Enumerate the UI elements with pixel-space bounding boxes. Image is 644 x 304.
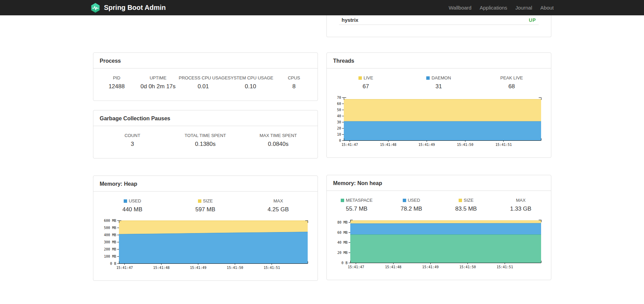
svg-text:15:41:47: 15:41:47 [116, 266, 133, 270]
svg-text:40 MB: 40 MB [337, 241, 347, 244]
svg-text:20 MB: 20 MB [337, 251, 347, 255]
svg-text:100 MB: 100 MB [104, 255, 116, 258]
nonheap-metaspace-legend-swatch [341, 199, 344, 202]
svg-text:15:41:51: 15:41:51 [263, 266, 280, 270]
stat-nonheap-max: MAX 1.33 GB [493, 198, 548, 212]
memory-nonheap-chart: 80 MB60 MB40 MB20 MB0 B15:41:4715:41:481… [335, 217, 543, 271]
svg-text:15:41:48: 15:41:48 [153, 266, 169, 270]
svg-text:15:41:50: 15:41:50 [227, 266, 243, 270]
application-status-row[interactable]: hystrix UP [339, 15, 539, 25]
nav-links: Wallboard Applications Journal About [449, 5, 554, 11]
svg-text:60 MB: 60 MB [337, 231, 347, 234]
svg-text:15:41:49: 15:41:49 [190, 266, 206, 270]
threads-daemon-legend-swatch [426, 76, 430, 80]
stat-gc-max-time: MAX TIME SPENT 0.0840s [242, 133, 315, 148]
main-content: Process PID 12488 UPTIME 0d 0h 2m 17s PR… [93, 15, 551, 281]
svg-text:50: 50 [337, 108, 341, 112]
svg-text:15:41:47: 15:41:47 [341, 143, 358, 147]
svg-text:15:41:49: 15:41:49 [422, 265, 439, 269]
stat-cpus: CPUS 8 [273, 75, 315, 90]
nav-journal[interactable]: Journal [516, 5, 532, 11]
svg-text:15:41:49: 15:41:49 [418, 143, 435, 147]
svg-text:70: 70 [337, 96, 341, 100]
svg-text:15:41:47: 15:41:47 [348, 265, 364, 269]
svg-text:500 MB: 500 MB [104, 226, 116, 230]
stat-gc-count: COUNT 3 [96, 133, 169, 148]
stat-pid: PID 12488 [96, 75, 138, 90]
gc-pauses-panel: Garbage Collection Pauses COUNT 3 TOTAL … [93, 110, 318, 158]
process-panel-title: Process [93, 53, 318, 69]
stat-process-cpu-usage: PROCESS CPU USAGE 0.01 [179, 75, 228, 90]
svg-text:0: 0 [339, 139, 341, 142]
stat-nonheap-size: SIZE 83.5 MB [439, 198, 494, 212]
brand-title: Spring Boot Admin [104, 4, 166, 12]
svg-text:300 MB: 300 MB [104, 240, 116, 244]
svg-text:15:41:48: 15:41:48 [380, 143, 396, 147]
svg-text:15:41:50: 15:41:50 [459, 265, 476, 269]
memory-heap-panel-title: Memory: Heap [93, 176, 318, 192]
stat-heap-used: USED 440 MB [96, 198, 169, 213]
nav-applications[interactable]: Applications [480, 5, 507, 11]
svg-text:20: 20 [337, 126, 341, 130]
stat-gc-total-time: TOTAL TIME SPENT 0.1380s [169, 133, 242, 148]
application-status-panel: hystrix UP [326, 15, 551, 37]
svg-text:400 MB: 400 MB [104, 233, 116, 237]
svg-text:60: 60 [337, 102, 341, 106]
heap-size-legend-swatch [198, 199, 201, 203]
stat-system-cpu-usage: SYSTEM CPU USAGE 0.10 [228, 75, 273, 90]
application-status-badge: UP [529, 17, 536, 23]
memory-nonheap-panel: Memory: Non heap METASPACE 55.7 MB USED … [326, 175, 551, 280]
svg-text:80 MB: 80 MB [337, 221, 347, 224]
process-panel: Process PID 12488 UPTIME 0d 0h 2m 17s PR… [93, 52, 318, 101]
stat-nonheap-metaspace: METASPACE 55.7 MB [329, 198, 384, 212]
nav-wallboard[interactable]: Wallboard [449, 5, 472, 11]
svg-text:15:41:51: 15:41:51 [496, 265, 513, 269]
brand-link[interactable]: Spring Boot Admin [90, 3, 166, 13]
threads-panel-title: Threads [327, 53, 551, 69]
svg-text:15:41:48: 15:41:48 [385, 265, 401, 269]
heap-used-legend-swatch [124, 199, 127, 203]
svg-text:10: 10 [337, 133, 341, 136]
svg-text:200 MB: 200 MB [104, 247, 116, 251]
svg-text:30: 30 [337, 120, 341, 124]
memory-heap-panel: Memory: Heap USED 440 MB SIZE 597 MB [93, 176, 318, 281]
gc-pauses-panel-title: Garbage Collection Pauses [93, 110, 318, 126]
svg-text:0 B: 0 B [341, 261, 347, 265]
stat-threads-peak-live: PEAK LIVE 68 [475, 75, 548, 90]
svg-text:15:41:51: 15:41:51 [495, 143, 511, 147]
stat-heap-size: SIZE 597 MB [169, 198, 242, 213]
stat-heap-max: MAX 4.25 GB [242, 198, 315, 213]
threads-chart: 70605040302010015:41:4715:41:4815:41:491… [335, 95, 543, 149]
svg-text:0 B: 0 B [110, 262, 116, 265]
threads-panel: Threads LIVE 67 DAEMON 31 [326, 52, 551, 158]
stat-threads-live: LIVE 67 [329, 75, 402, 90]
stat-threads-daemon: DAEMON 31 [402, 75, 475, 90]
stat-nonheap-used: USED 78.2 MB [384, 198, 439, 212]
application-name[interactable]: hystrix [342, 17, 358, 23]
spring-boot-admin-logo-icon [90, 3, 101, 13]
svg-text:40: 40 [337, 114, 341, 118]
svg-text:15:41:50: 15:41:50 [457, 143, 473, 147]
memory-nonheap-panel-title: Memory: Non heap [327, 175, 551, 191]
nonheap-size-legend-swatch [459, 199, 462, 202]
memory-heap-chart: 600 MB500 MB400 MB300 MB200 MB100 MB0 B1… [102, 218, 309, 272]
threads-live-legend-swatch [358, 76, 362, 80]
nav-about[interactable]: About [540, 5, 554, 11]
navbar: Spring Boot Admin Wallboard Applications… [0, 0, 644, 15]
svg-text:600 MB: 600 MB [104, 219, 116, 223]
nonheap-used-legend-swatch [403, 199, 406, 202]
stat-uptime: UPTIME 0d 0h 2m 17s [137, 75, 179, 90]
